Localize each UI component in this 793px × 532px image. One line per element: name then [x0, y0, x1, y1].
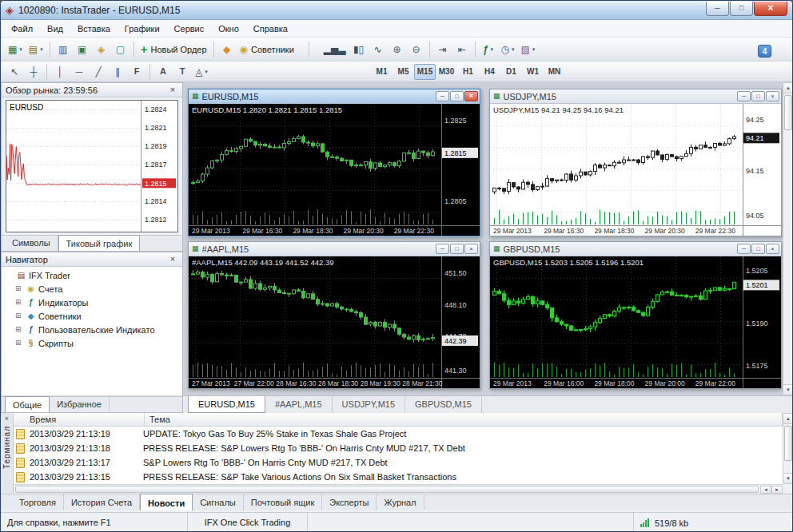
fibonacci-button[interactable]: F: [127, 64, 146, 80]
terminal-tab-account-history[interactable]: История Счета: [64, 494, 140, 510]
terminal-tab-experts[interactable]: Эксперты: [322, 494, 377, 510]
chart-restore-button[interactable]: □: [751, 91, 765, 101]
market-watch-close-button[interactable]: ×: [167, 85, 178, 94]
experts-button[interactable]: ◉Советники: [237, 40, 297, 59]
chart-shift-button[interactable]: ⇤: [452, 40, 472, 59]
templates-button[interactable]: ▧▾: [518, 40, 539, 59]
tree-expand-icon[interactable]: ⊞: [15, 326, 25, 333]
terminal-tab-trade[interactable]: Торговля: [12, 494, 64, 510]
channel-button[interactable]: ∥: [108, 64, 127, 80]
timeframe-m15-button[interactable]: M15: [414, 64, 436, 80]
text-label-button[interactable]: T: [173, 64, 192, 80]
auto-scroll-button[interactable]: ⇥: [433, 40, 452, 59]
scrollbar-thumb[interactable]: [15, 486, 759, 493]
news-row[interactable]: 2013/03/29 21:13:17S&P Lowers Rtg To 'BB…: [14, 455, 783, 470]
chart-canvas[interactable]: #AAPL,M15 442.09 443.19 441.52 442.39451…: [189, 256, 480, 388]
terminal-hscrollbar[interactable]: ◄ ►: [14, 484, 783, 494]
horizontal-line-button[interactable]: ─: [70, 64, 89, 80]
chart-window-title-bar[interactable]: ▦EURUSD,M15─□×: [189, 89, 480, 104]
mql-editor-button[interactable]: ◆: [217, 40, 237, 59]
chart-minimize-button[interactable]: ─: [436, 91, 449, 101]
timeframe-d1-button[interactable]: D1: [500, 64, 522, 80]
chart-tab-gbpusd-m15[interactable]: GBPUSD,M15: [405, 396, 482, 413]
maximize-button[interactable]: □: [730, 2, 753, 16]
candlestick-button[interactable]: ▮▯: [349, 40, 369, 59]
menu-charts[interactable]: Графики: [118, 22, 167, 36]
scrollbar-thumb[interactable]: [784, 95, 792, 130]
chart-minimize-button[interactable]: ─: [737, 91, 751, 101]
chart-window-title-bar[interactable]: ▦USDJPY,M15─□×: [490, 89, 781, 104]
chart-close-button[interactable]: ×: [766, 91, 779, 101]
menu-file[interactable]: Файл: [4, 22, 40, 36]
profiles-button[interactable]: ▤▾: [26, 40, 46, 59]
periods-button[interactable]: ◷▾: [498, 40, 518, 59]
timeframe-mn-button[interactable]: MN: [544, 64, 565, 80]
scroll-up-icon[interactable]: ▲: [783, 414, 793, 424]
timeframe-h4-button[interactable]: H4: [479, 64, 500, 80]
navigator-tab-common[interactable]: Общие: [5, 396, 50, 412]
new-order-button[interactable]: +Новый Ордер: [137, 40, 210, 59]
crosshair-button[interactable]: ┼: [24, 64, 43, 80]
navigator-item-indicators[interactable]: ⊞ƒИндикаторы: [2, 296, 182, 309]
terminal-close-button[interactable]: ×: [5, 415, 9, 423]
tree-expand-icon[interactable]: ⊞: [15, 312, 25, 320]
line-chart-button[interactable]: ∿: [369, 40, 388, 59]
scroll-down-icon[interactable]: ▼: [783, 384, 793, 395]
chart-window-title-bar[interactable]: ▦#AAPL,M15─□×: [189, 242, 480, 256]
chart-canvas[interactable]: USDJPY,M15 94.21 94.25 94.16 94.2194.259…: [490, 104, 781, 236]
new-chart-button[interactable]: ▦▾: [5, 40, 26, 59]
scroll-down-icon[interactable]: ▼: [783, 473, 793, 483]
chart-canvas[interactable]: GBPUSD,M15 1.5203 1.5205 1.5196 1.52011.…: [490, 256, 781, 388]
chart-close-button[interactable]: ×: [464, 244, 478, 254]
chart-minimize-button[interactable]: ─: [737, 244, 751, 254]
chart-close-button[interactable]: ×: [766, 244, 779, 254]
chart-tab-aapl-m15[interactable]: #AAPL,M15: [265, 396, 333, 413]
scrollbar-track[interactable]: [783, 93, 793, 384]
terminal-button[interactable]: ▢: [111, 40, 130, 59]
workspace-scrollbar[interactable]: ▲ ▼: [783, 82, 793, 395]
menu-window[interactable]: Окно: [211, 22, 246, 36]
terminal-vscrollbar[interactable]: ▲ ▼: [783, 413, 793, 484]
market-watch-tab-tick-chart[interactable]: Тиковый график: [58, 235, 141, 251]
chart-tab-eurusd-m15[interactable]: EURUSD,M15: [188, 396, 265, 413]
tick-chart[interactable]: EURUSD1.28241.28211.28191.28171.28151.28…: [6, 100, 178, 232]
navigator-close-button[interactable]: ×: [167, 255, 178, 264]
navigator-item-custom-indicators[interactable]: ⊞ƒПользовательские Индикато: [2, 323, 182, 336]
navigator-item-ifx-trader[interactable]: ▤IFX Trader: [2, 268, 182, 282]
scrollbar-track[interactable]: [783, 424, 793, 473]
menu-insert[interactable]: Вставка: [70, 22, 118, 36]
tree-expand-icon[interactable]: ⊞: [15, 339, 25, 347]
chart-close-button[interactable]: ×: [464, 91, 478, 101]
status-one-click-trading[interactable]: IFX One Click Trading: [188, 513, 308, 532]
market-watch-tab-symbols[interactable]: Символы: [5, 236, 58, 251]
chart-minimize-button[interactable]: ─: [436, 244, 449, 254]
scroll-right-icon[interactable]: ►: [771, 486, 783, 494]
chart-canvas[interactable]: EURUSD,M15 1.2820 1.2821 1.2815 1.28151.…: [189, 104, 480, 236]
vertical-line-button[interactable]: │: [50, 64, 70, 80]
scroll-left-icon[interactable]: ◄: [760, 486, 771, 494]
news-row[interactable]: 2013/03/29 21:13:15PRESS RELEASE: S&P Ta…: [14, 470, 783, 484]
cursor-button[interactable]: ↖: [5, 64, 24, 80]
news-row[interactable]: 2013/03/29 21:13:18PRESS RELEASE: S&P Lo…: [14, 441, 783, 455]
title-bar[interactable]: ◈ 1020890: InstaTrader - EURUSD,M15 ─ □ …: [1, 1, 792, 20]
tree-expand-icon[interactable]: ⊞: [15, 299, 25, 306]
timeframe-h1-button[interactable]: H1: [457, 64, 479, 80]
terminal-column-time[interactable]: Время: [14, 413, 145, 426]
zoom-in-button[interactable]: ⊕: [388, 40, 407, 59]
terminal-tab-signals[interactable]: Сигналы: [193, 494, 244, 510]
shapes-button[interactable]: ◬▾: [192, 64, 211, 80]
scrollbar-thumb[interactable]: [784, 426, 792, 461]
chart-restore-button[interactable]: □: [751, 244, 765, 254]
timeframe-m5-button[interactable]: M5: [393, 64, 414, 80]
tree-expand-icon[interactable]: ⊞: [15, 285, 25, 292]
trendline-button[interactable]: ╱: [89, 64, 108, 80]
menu-help[interactable]: Справка: [246, 22, 295, 36]
navigator-item-scripts[interactable]: ⊞§Скрипты: [2, 336, 182, 350]
navigator-item-accounts[interactable]: ⊞◉Счета: [2, 282, 182, 296]
zoom-out-button[interactable]: ⊖: [407, 40, 426, 59]
timeframe-w1-button[interactable]: W1: [522, 64, 544, 80]
indicators-button[interactable]: ƒ▾: [479, 40, 498, 59]
chart-tab-usdjpy-m15[interactable]: USDJPY,M15: [333, 396, 405, 413]
scroll-up-icon[interactable]: ▲: [783, 83, 793, 93]
chart-restore-button[interactable]: □: [450, 91, 464, 101]
